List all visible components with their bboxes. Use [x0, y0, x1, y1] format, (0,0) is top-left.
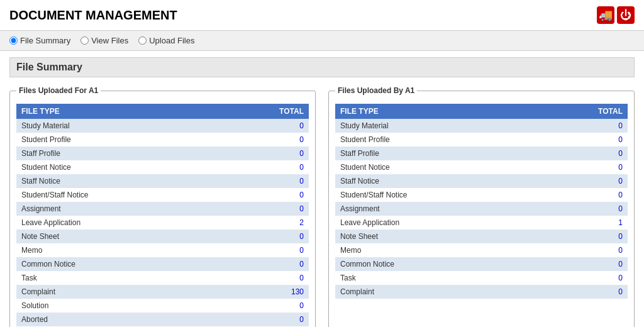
power-icon[interactable]: ⏻	[617, 6, 635, 24]
file-type-cell: Student Notice	[16, 160, 271, 174]
file-type-cell: Staff Profile	[16, 147, 271, 160]
file-table-box-1: Files Uploaded By A1FILE TYPETOTALStudy …	[328, 86, 635, 327]
truck-icon[interactable]: 🚚	[597, 6, 614, 24]
table-row: Note Sheet0	[16, 230, 309, 243]
header: DOCUMENT MANAGEMENT 🚚 ⏻	[0, 0, 644, 31]
file-table-1: FILE TYPETOTALStudy Material0Student Pro…	[335, 104, 628, 299]
nav-view-files-label: View Files	[91, 36, 128, 45]
table-row: Student Notice0	[335, 160, 628, 174]
nav-file-summary[interactable]: File Summary	[9, 36, 70, 45]
table-row: Complaint0	[335, 285, 628, 299]
table-row: Leave Application1	[335, 216, 628, 230]
total-cell: 0	[271, 174, 309, 188]
total-cell: 0	[271, 313, 309, 326]
page-title: DOCUMENT MANAGEMENT	[9, 8, 177, 23]
file-type-cell: Staff Profile	[335, 147, 590, 160]
table-row: Task0	[335, 271, 628, 285]
table-legend-1: Files Uploaded By A1	[335, 86, 417, 95]
total-cell: 0	[271, 230, 309, 243]
total-cell: 0	[590, 160, 628, 174]
file-type-cell: Study Material	[335, 119, 590, 133]
table-row: Common Notice0	[335, 257, 628, 271]
file-type-cell: Assignment	[16, 202, 271, 216]
table-row: Staff Profile0	[16, 147, 309, 160]
table-row: Study Material0	[335, 119, 628, 133]
file-type-cell: Task	[16, 271, 271, 285]
page-section: File Summary Files Uploaded For A1FILE T…	[0, 51, 644, 327]
file-type-cell: Leave Application	[16, 216, 271, 230]
file-type-cell: Student Profile	[16, 133, 271, 147]
table-row: Student/Staff Notice0	[16, 188, 309, 202]
file-table-box-0: Files Uploaded For A1FILE TYPETOTALStudy…	[9, 86, 316, 327]
table-row: Study Material0	[16, 119, 309, 133]
table-row: Complaint130	[16, 285, 309, 299]
table-row: Student Profile0	[335, 133, 628, 147]
table-row: Common Notice0	[16, 257, 309, 271]
tables-container: Files Uploaded For A1FILE TYPETOTALStudy…	[9, 86, 635, 327]
nav-bar: File Summary View Files Upload Files	[0, 31, 644, 51]
total-cell: 0	[271, 133, 309, 147]
col-total-header: TOTAL	[590, 104, 628, 119]
file-table-0: FILE TYPETOTALStudy Material0Student Pro…	[16, 104, 309, 326]
col-total-header: TOTAL	[271, 104, 309, 119]
table-row: Staff Profile0	[335, 147, 628, 160]
nav-view-files[interactable]: View Files	[80, 36, 128, 45]
file-type-cell: Note Sheet	[335, 230, 590, 243]
file-type-cell: Student/Staff Notice	[335, 188, 590, 202]
table-row: Student Notice0	[16, 160, 309, 174]
file-type-cell: Assignment	[335, 202, 590, 216]
file-type-cell: Common Notice	[335, 257, 590, 271]
file-type-cell: Memo	[16, 243, 271, 257]
total-cell: 0	[590, 119, 628, 133]
file-type-cell: Common Notice	[16, 257, 271, 271]
total-cell: 2	[271, 216, 309, 230]
total-cell: 0	[590, 285, 628, 299]
total-cell: 1	[590, 216, 628, 230]
total-cell: 0	[271, 243, 309, 257]
total-cell: 0	[590, 133, 628, 147]
table-row: Memo0	[335, 243, 628, 257]
total-cell: 0	[590, 230, 628, 243]
file-type-cell: Complaint	[16, 285, 271, 299]
total-cell: 0	[271, 257, 309, 271]
col-file-type-header: FILE TYPE	[16, 104, 271, 119]
total-cell: 0	[590, 271, 628, 285]
file-type-cell: Study Material	[16, 119, 271, 133]
nav-upload-files[interactable]: Upload Files	[138, 36, 194, 45]
table-row: Note Sheet0	[335, 230, 628, 243]
table-row: Aborted0	[16, 313, 309, 326]
table-legend-0: Files Uploaded For A1	[16, 86, 101, 95]
total-cell: 0	[590, 174, 628, 188]
file-type-cell: Memo	[335, 243, 590, 257]
table-row: Solution0	[16, 299, 309, 313]
total-cell: 130	[271, 285, 309, 299]
total-cell: 0	[590, 243, 628, 257]
total-cell: 0	[271, 119, 309, 133]
file-type-cell: Staff Notice	[335, 174, 590, 188]
file-type-cell: Leave Application	[335, 216, 590, 230]
total-cell: 0	[271, 299, 309, 313]
table-row: Assignment0	[335, 202, 628, 216]
file-type-cell: Aborted	[16, 313, 271, 326]
total-cell: 0	[590, 202, 628, 216]
nav-file-summary-label: File Summary	[20, 36, 70, 45]
file-type-cell: Complaint	[335, 285, 590, 299]
table-row: Leave Application2	[16, 216, 309, 230]
total-cell: 0	[271, 188, 309, 202]
table-row: Task0	[16, 271, 309, 285]
table-row: Student Profile0	[16, 133, 309, 147]
total-cell: 0	[590, 257, 628, 271]
file-type-cell: Note Sheet	[16, 230, 271, 243]
total-cell: 0	[271, 160, 309, 174]
table-row: Memo0	[16, 243, 309, 257]
file-type-cell: Student/Staff Notice	[16, 188, 271, 202]
file-type-cell: Staff Notice	[16, 174, 271, 188]
table-row: Student/Staff Notice0	[335, 188, 628, 202]
header-icons: 🚚 ⏻	[597, 6, 635, 24]
total-cell: 0	[271, 147, 309, 160]
file-type-cell: Student Notice	[335, 160, 590, 174]
file-type-cell: Solution	[16, 299, 271, 313]
table-row: Staff Notice0	[16, 174, 309, 188]
nav-upload-files-label: Upload Files	[149, 36, 194, 45]
file-type-cell: Task	[335, 271, 590, 285]
